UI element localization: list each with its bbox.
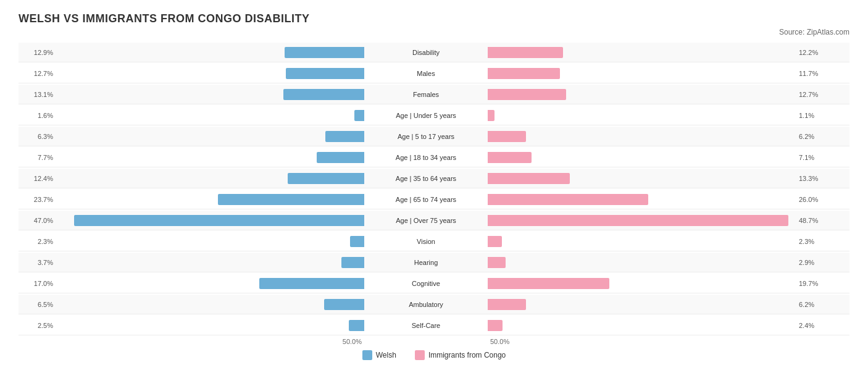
legend-congo: Immigrants from Congo <box>415 350 506 360</box>
right-bar <box>488 89 566 100</box>
right-bar <box>488 173 570 184</box>
left-bar-container <box>56 320 364 331</box>
row-label: Hearing <box>364 259 488 266</box>
right-bar <box>488 257 506 268</box>
left-bar-container <box>56 257 364 268</box>
left-value: 13.1% <box>19 91 56 98</box>
chart-row: 12.4% Age | 35 to 64 years 13.3% <box>19 169 849 188</box>
right-value: 2.3% <box>796 238 833 245</box>
welsh-legend-label: Welsh <box>376 351 396 359</box>
chart-row: 12.7% Males 11.7% <box>19 64 849 83</box>
left-bar <box>341 257 364 268</box>
left-bar <box>354 110 364 121</box>
row-label: Vision <box>364 238 488 245</box>
right-bar-container <box>488 68 796 79</box>
right-bar <box>488 152 532 163</box>
chart-title: WELSH VS IMMIGRANTS FROM CONGO DISABILIT… <box>19 12 849 25</box>
congo-color-swatch <box>415 350 425 360</box>
left-bar-container <box>56 173 364 184</box>
right-bar-container <box>488 131 796 142</box>
left-bar-container <box>56 194 364 205</box>
left-value: 3.7% <box>19 259 56 266</box>
row-label: Age | 5 to 17 years <box>364 133 488 140</box>
right-value: 11.7% <box>796 70 833 77</box>
chart-row: 13.1% Females 12.7% <box>19 85 849 104</box>
right-value: 1.1% <box>796 112 833 119</box>
left-value: 47.0% <box>19 217 56 224</box>
congo-legend-label: Immigrants from Congo <box>428 351 506 359</box>
welsh-color-swatch <box>362 350 372 360</box>
left-value: 23.7% <box>19 196 56 203</box>
left-bar <box>283 89 364 100</box>
left-bar <box>259 278 364 289</box>
chart-row: 1.6% Age | Under 5 years 1.1% <box>19 106 849 125</box>
left-bar <box>285 47 364 58</box>
left-bar-container <box>56 131 364 142</box>
left-bar-container <box>56 278 364 289</box>
left-value: 7.7% <box>19 154 56 161</box>
right-value: 2.9% <box>796 259 833 266</box>
right-value: 19.7% <box>796 280 833 287</box>
right-bar <box>488 194 648 205</box>
left-bar-container <box>56 89 364 100</box>
left-bar <box>288 173 364 184</box>
right-bar-container <box>488 89 796 100</box>
left-value: 6.5% <box>19 301 56 308</box>
left-bar-container <box>56 110 364 121</box>
chart-row: 3.7% Hearing 2.9% <box>19 253 849 272</box>
left-bar-container <box>56 299 364 310</box>
left-value: 1.6% <box>19 112 56 119</box>
right-bar <box>488 299 526 310</box>
right-bar <box>488 110 495 121</box>
left-value: 6.3% <box>19 133 56 140</box>
legend: Welsh Immigrants from Congo <box>19 350 849 360</box>
right-bar-container <box>488 257 796 268</box>
row-label: Age | Over 75 years <box>364 217 488 224</box>
left-value: 12.7% <box>19 70 56 77</box>
right-bar <box>488 215 788 226</box>
right-value: 13.3% <box>796 175 833 182</box>
right-bar-container <box>488 152 796 163</box>
left-value: 12.9% <box>19 49 56 56</box>
left-value: 17.0% <box>19 280 56 287</box>
left-bar <box>349 320 364 331</box>
row-label: Ambulatory <box>364 301 488 308</box>
axis-left-label: 50.0% <box>19 338 364 345</box>
chart-row: 47.0% Age | Over 75 years 48.7% <box>19 211 849 230</box>
left-bar-container <box>56 47 364 58</box>
left-bar <box>325 131 364 142</box>
axis-row: 50.0% 50.0% <box>19 338 849 345</box>
right-bar <box>488 320 503 331</box>
legend-welsh: Welsh <box>362 350 396 360</box>
left-bar-container <box>56 152 364 163</box>
left-bar <box>350 236 364 247</box>
chart-row: 2.5% Self-Care 2.4% <box>19 316 849 335</box>
left-value: 12.4% <box>19 175 56 182</box>
row-label: Disability <box>364 49 488 56</box>
right-value: 26.0% <box>796 196 833 203</box>
row-label: Males <box>364 70 488 77</box>
left-bar-container <box>56 68 364 79</box>
row-label: Age | 65 to 74 years <box>364 196 488 203</box>
left-bar <box>286 68 364 79</box>
chart-row: 12.9% Disability 12.2% <box>19 43 849 62</box>
row-label: Self-Care <box>364 322 488 329</box>
source-label: Source: ZipAtlas.com <box>19 28 849 36</box>
right-bar-container <box>488 110 796 121</box>
chart-row: 7.7% Age | 18 to 34 years 7.1% <box>19 148 849 167</box>
right-value: 2.4% <box>796 322 833 329</box>
row-label: Age | 18 to 34 years <box>364 154 488 161</box>
right-bar-container <box>488 320 796 331</box>
chart-row: 17.0% Cognitive 19.7% <box>19 274 849 293</box>
right-value: 6.2% <box>796 301 833 308</box>
chart-area: 12.9% Disability 12.2% 12.7% Males 11.7%… <box>19 43 849 335</box>
left-bar <box>324 299 364 310</box>
left-bar <box>317 152 364 163</box>
right-bar-container <box>488 278 796 289</box>
left-value: 2.3% <box>19 238 56 245</box>
chart-row: 2.3% Vision 2.3% <box>19 232 849 251</box>
chart-row: 6.5% Ambulatory 6.2% <box>19 295 849 314</box>
row-label: Females <box>364 91 488 98</box>
right-bar <box>488 131 526 142</box>
right-bar-container <box>488 215 796 226</box>
